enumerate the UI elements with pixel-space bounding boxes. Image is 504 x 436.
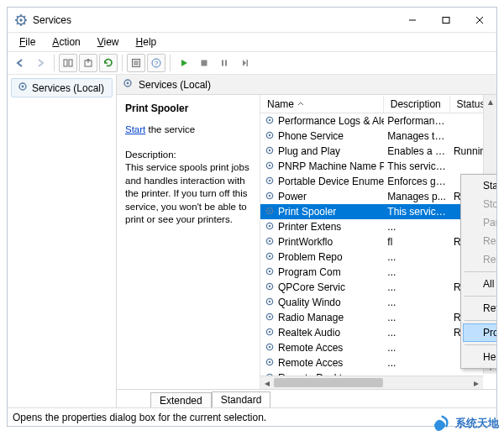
scroll-up-icon[interactable]: ▴: [484, 95, 496, 108]
svg-line-6: [17, 16, 18, 18]
start-service-button[interactable]: [175, 54, 193, 72]
gear-icon: [264, 281, 276, 295]
right-pane: Services (Local) Print Spooler Start the…: [117, 75, 496, 407]
properties-button[interactable]: [127, 54, 145, 72]
service-desc: Enables a c...: [384, 145, 450, 157]
svg-point-52: [269, 270, 271, 272]
gear-icon: [264, 114, 276, 129]
ctx-separator: [465, 320, 496, 321]
svg-rect-11: [443, 17, 449, 23]
ctx-properties[interactable]: Properties: [463, 323, 496, 342]
gear-icon: [264, 220, 276, 234]
gear-icon: [264, 296, 276, 310]
table-row[interactable]: Phone ServiceManages th...: [260, 129, 496, 144]
ctx-help[interactable]: Help: [463, 348, 496, 366]
table-row[interactable]: Plug and PlayEnables a c...Running: [260, 144, 496, 159]
service-name: Performance Logs & Alerts: [278, 115, 384, 127]
sort-indicator-icon: [297, 101, 304, 108]
menubar: File Action View Help: [8, 33, 496, 51]
menu-file[interactable]: File: [13, 34, 42, 50]
refresh-button[interactable]: [99, 54, 118, 72]
menu-action[interactable]: Action: [45, 34, 87, 50]
table-row[interactable]: PNRP Machine Name Publi...This service .…: [260, 159, 496, 174]
svg-rect-26: [247, 60, 249, 66]
service-desc: ...: [384, 266, 450, 278]
pause-service-button[interactable]: [215, 54, 234, 72]
ctx-restart[interactable]: Restart: [463, 250, 496, 269]
service-name: Remote Acces: [278, 342, 343, 354]
service-desc: fl: [384, 236, 450, 248]
gear-icon: [264, 129, 276, 144]
gear-icon: [264, 326, 276, 340]
gear-icon: [264, 265, 276, 280]
scroll-left-icon[interactable]: ◂: [260, 377, 274, 389]
close-button[interactable]: [463, 8, 496, 33]
watermark-text: 系统天地: [455, 416, 499, 431]
gear-icon: [17, 81, 29, 95]
svg-point-32: [269, 118, 271, 121]
tab-standard[interactable]: Standard: [212, 391, 271, 407]
ctx-pause[interactable]: Pause: [463, 213, 496, 232]
show-hide-button[interactable]: [59, 54, 77, 72]
detail-heading: Print Spooler: [125, 102, 251, 115]
svg-point-1: [19, 18, 23, 22]
tree-node-services-local[interactable]: Services (Local): [11, 78, 113, 97]
gear-icon: [264, 144, 276, 159]
service-name: Program Com: [278, 266, 341, 278]
gear-icon: [264, 190, 276, 204]
service-desc: ...: [384, 297, 450, 308]
window-title: Services: [33, 14, 71, 26]
svg-point-56: [269, 300, 271, 302]
ctx-separator: [465, 271, 496, 272]
svg-point-58: [269, 315, 271, 318]
svg-point-40: [269, 179, 271, 181]
watermark: 系统天地: [430, 412, 499, 434]
ctx-refresh[interactable]: Refresh: [463, 299, 496, 318]
hscroll-thumb[interactable]: [274, 378, 383, 387]
service-name: Printer Extens: [278, 221, 341, 233]
titlebar: Services: [8, 8, 496, 33]
ctx-resume[interactable]: Resume: [463, 232, 496, 250]
service-name: QPCore Servic: [278, 281, 345, 293]
service-desc: This service ...: [384, 206, 450, 218]
forward-button[interactable]: [31, 54, 50, 72]
help-button[interactable]: ?: [147, 54, 165, 72]
scroll-right-icon[interactable]: ▸: [470, 377, 483, 389]
gear-icon: [264, 235, 276, 250]
ctx-separator: [465, 296, 496, 297]
menu-view[interactable]: View: [91, 34, 126, 50]
table-row[interactable]: Performance Logs & AlertsPerformanc...: [260, 113, 496, 129]
stop-service-button[interactable]: [195, 54, 213, 72]
back-button[interactable]: [11, 54, 29, 72]
service-name: Phone Service: [278, 130, 344, 142]
service-name: PNRP Machine Name Publi...: [278, 160, 384, 172]
service-list: Name Description Status Performance Logs…: [260, 95, 496, 389]
col-description[interactable]: Description: [384, 96, 450, 113]
ctx-start[interactable]: Start: [463, 176, 496, 195]
ctx-all-tasks[interactable]: All Tasks: [463, 275, 496, 293]
export-button[interactable]: [79, 54, 97, 72]
horizontal-scrollbar[interactable]: ◂ ▸: [260, 376, 483, 389]
service-name: Remote Acces: [278, 357, 343, 369]
start-service-link[interactable]: Start: [125, 124, 145, 134]
tree-pane: Services (Local): [8, 75, 117, 407]
svg-point-64: [269, 360, 271, 363]
service-desc: ...: [384, 251, 450, 263]
svg-point-36: [269, 149, 271, 151]
svg-line-7: [24, 23, 25, 24]
maximize-button[interactable]: [429, 8, 463, 33]
service-desc: Manages th...: [384, 130, 450, 142]
start-suffix: the service: [145, 124, 195, 134]
tab-extended[interactable]: Extended: [150, 392, 212, 407]
service-desc: Manages p...: [384, 191, 450, 202]
ctx-stop[interactable]: Stop: [463, 195, 496, 213]
col-name[interactable]: Name: [260, 96, 384, 113]
minimize-button[interactable]: [396, 8, 429, 33]
service-name: Radio Manage: [278, 312, 344, 323]
gear-icon: [264, 311, 276, 325]
menu-help[interactable]: Help: [129, 34, 164, 50]
service-name: Print Spooler: [278, 206, 336, 218]
service-desc: Enforces gr...: [384, 176, 450, 187]
restart-service-button[interactable]: [235, 54, 254, 72]
svg-point-44: [269, 209, 271, 212]
